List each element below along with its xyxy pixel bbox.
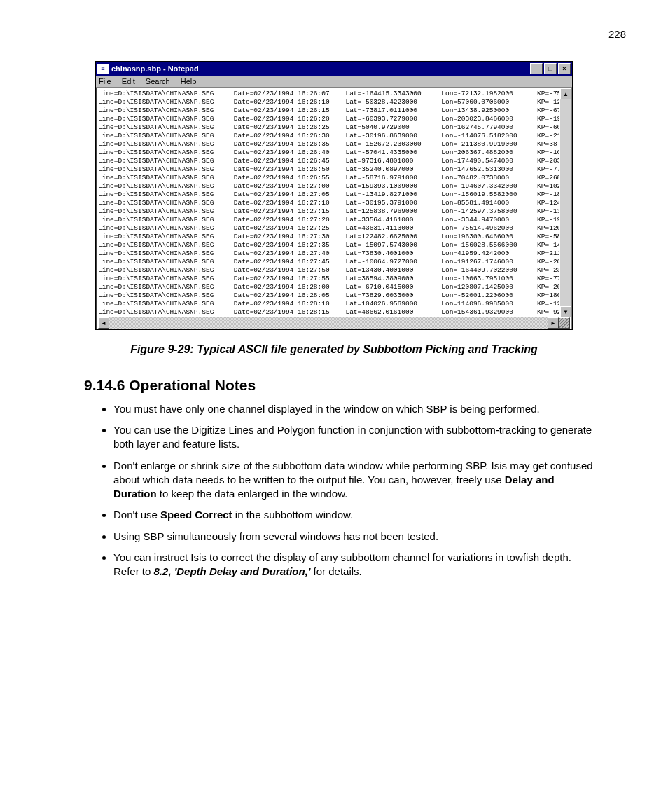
file-line: Line=D:\ISISDATA\CHINASNP.SEG Date=02/23…	[98, 216, 559, 224]
note-item: You can instruct Isis to correct the dis…	[113, 551, 598, 579]
notes-list: You must have only one channel displayed…	[98, 402, 598, 579]
text-area[interactable]: Line=D:\ISISDATA\CHINASNP.SEG Date=02/23…	[96, 88, 572, 329]
note-item: Don't enlarge or shrink size of the subb…	[113, 459, 598, 502]
scroll-down-icon[interactable]: ▼	[560, 306, 571, 317]
file-line: Line=D:\ISISDATA\CHINASNP.SEG Date=02/23…	[98, 199, 559, 207]
notepad-icon: ≡	[97, 64, 109, 74]
note-item: You must have only one channel displayed…	[113, 402, 598, 416]
file-line: Line=D:\ISISDATA\CHINASNP.SEG Date=02/23…	[98, 90, 559, 98]
figure-caption: Figure 9-29: Typical ASCII file generate…	[70, 343, 598, 357]
menubar: File Edit Search Help	[96, 76, 572, 88]
notepad-window: ≡ chinasnp.sbp - Notepad _ □ × File Edit…	[95, 61, 573, 330]
size-grip-icon[interactable]	[559, 317, 570, 329]
scroll-right-icon[interactable]: ►	[548, 317, 559, 329]
note-item: Don't use Speed Correct in the subbottom…	[113, 508, 598, 522]
file-line: Line=D:\ISISDATA\CHINASNP.SEG Date=02/23…	[98, 275, 559, 283]
file-line: Line=D:\ISISDATA\CHINASNP.SEG Date=02/23…	[98, 266, 559, 275]
note-item: You can use the Digitize Lines and Polyg…	[113, 423, 598, 452]
file-line: Line=D:\ISISDATA\CHINASNP.SEG Date=02/23…	[98, 308, 559, 317]
file-line: Line=D:\ISISDATA\CHINASNP.SEG Date=02/23…	[98, 132, 559, 140]
file-line: Line=D:\ISISDATA\CHINASNP.SEG Date=02/23…	[98, 207, 559, 216]
file-line: Line=D:\ISISDATA\CHINASNP.SEG Date=02/23…	[98, 174, 559, 182]
menu-edit[interactable]: Edit	[122, 77, 135, 85]
scroll-left-icon[interactable]: ◄	[98, 317, 109, 329]
window-title: chinasnp.sbp - Notepad	[111, 64, 529, 73]
file-line: Line=D:\ISISDATA\CHINASNP.SEG Date=02/23…	[98, 283, 559, 291]
file-line: Line=D:\ISISDATA\CHINASNP.SEG Date=02/23…	[98, 123, 559, 132]
menu-file[interactable]: File	[99, 77, 111, 85]
scroll-track[interactable]	[560, 99, 571, 306]
menu-help[interactable]: Help	[181, 77, 197, 85]
file-line: Line=D:\ISISDATA\CHINASNP.SEG Date=02/23…	[98, 98, 559, 106]
file-content: Line=D:\ISISDATA\CHINASNP.SEG Date=02/23…	[98, 90, 559, 317]
file-line: Line=D:\ISISDATA\CHINASNP.SEG Date=02/23…	[98, 115, 559, 123]
file-line: Line=D:\ISISDATA\CHINASNP.SEG Date=02/23…	[98, 291, 559, 300]
file-line: Line=D:\ISISDATA\CHINASNP.SEG Date=02/23…	[98, 241, 559, 249]
horizontal-scrollbar[interactable]: ◄ ►	[98, 317, 570, 329]
file-line: Line=D:\ISISDATA\CHINASNP.SEG Date=02/23…	[98, 300, 559, 308]
page-number: 228	[42, 28, 626, 40]
file-line: Line=D:\ISISDATA\CHINASNP.SEG Date=02/23…	[98, 258, 559, 266]
titlebar[interactable]: ≡ chinasnp.sbp - Notepad _ □ ×	[96, 62, 572, 76]
file-line: Line=D:\ISISDATA\CHINASNP.SEG Date=02/23…	[98, 191, 559, 199]
file-line: Line=D:\ISISDATA\CHINASNP.SEG Date=02/23…	[98, 182, 559, 191]
note-item: Using SBP simultaneously from several wi…	[113, 530, 598, 544]
maximize-button[interactable]: □	[544, 63, 557, 74]
file-line: Line=D:\ISISDATA\CHINASNP.SEG Date=02/23…	[98, 224, 559, 233]
section-heading: 9.14.6 Operational Notes	[84, 377, 626, 394]
file-line: Line=D:\ISISDATA\CHINASNP.SEG Date=02/23…	[98, 233, 559, 241]
minimize-button[interactable]: _	[530, 63, 543, 74]
file-line: Line=D:\ISISDATA\CHINASNP.SEG Date=02/23…	[98, 157, 559, 165]
file-line: Line=D:\ISISDATA\CHINASNP.SEG Date=02/23…	[98, 149, 559, 157]
file-line: Line=D:\ISISDATA\CHINASNP.SEG Date=02/23…	[98, 249, 559, 258]
file-line: Line=D:\ISISDATA\CHINASNP.SEG Date=02/23…	[98, 106, 559, 115]
menu-search[interactable]: Search	[146, 77, 170, 85]
scroll-up-icon[interactable]: ▲	[560, 88, 571, 99]
scroll-track[interactable]	[109, 317, 548, 329]
vertical-scrollbar[interactable]: ▲ ▼	[560, 88, 571, 317]
close-button[interactable]: ×	[558, 63, 571, 74]
file-line: Line=D:\ISISDATA\CHINASNP.SEG Date=02/23…	[98, 165, 559, 174]
file-line: Line=D:\ISISDATA\CHINASNP.SEG Date=02/23…	[98, 140, 559, 149]
